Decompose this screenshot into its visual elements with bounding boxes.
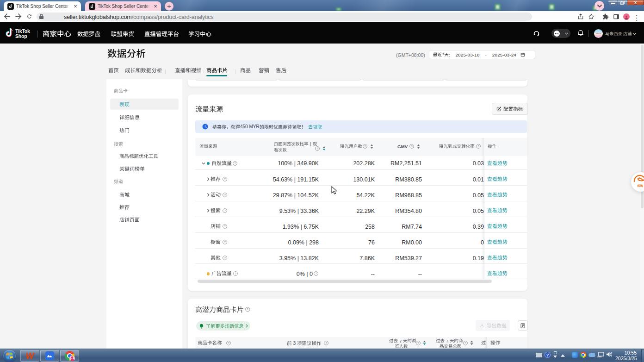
svg-text:?: ? [325,342,327,344]
svg-text:?: ? [224,225,226,228]
svg-text:?: ? [316,147,318,150]
svg-text:?: ? [224,241,226,243]
svg-text:?: ? [224,178,226,181]
svg-text:?: ? [224,209,226,212]
svg-text:?: ? [477,145,479,148]
svg-text:?: ? [224,256,226,259]
svg-text:?: ? [224,193,226,196]
svg-text:?: ? [417,342,419,344]
svg-text:?: ? [464,342,466,344]
svg-text:?: ? [247,308,249,311]
svg-text:?: ? [411,145,413,148]
svg-text:?: ? [228,342,229,344]
svg-text:?: ? [364,145,366,148]
